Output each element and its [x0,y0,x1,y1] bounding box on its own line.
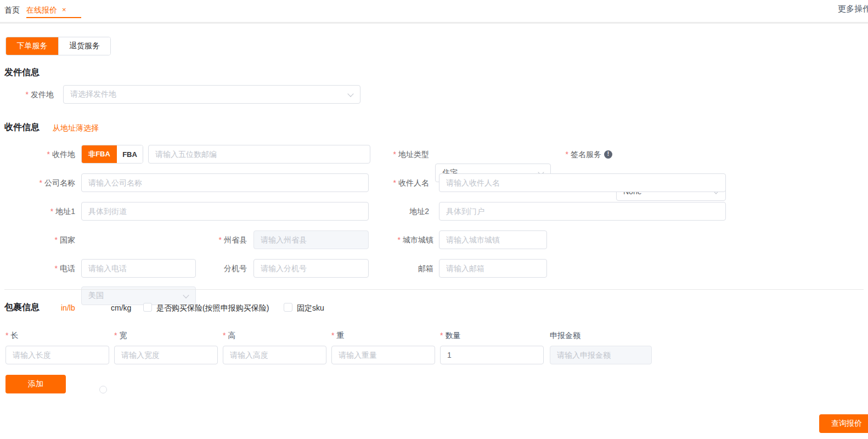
package-section-title: 包裹信息 [4,302,40,313]
qty-input[interactable] [440,346,544,364]
fixed-sku-checkbox[interactable] [284,303,292,312]
required-marker: * [40,178,42,187]
required-marker: * [50,207,53,216]
required-marker: * [393,178,396,187]
state-input [253,230,369,249]
required-marker: * [393,150,396,159]
required-marker: * [114,331,117,340]
weight-input[interactable] [331,346,435,364]
qty-label: *数量 [440,331,460,341]
tabbar-divider [0,22,868,24]
required-marker: * [55,264,58,273]
fba-toggle: 非FBA FBA [81,145,143,164]
required-marker: * [26,90,29,99]
addr1-input[interactable] [81,202,369,221]
required-marker: * [219,235,222,244]
service-type-switch: 下单服务 退货服务 [5,37,111,55]
addr2-label: 地址2 [374,202,429,221]
recipient-section-title: 收件信息 [4,122,40,133]
tab-online-quote-label: 在线报价 [26,5,57,15]
signature-label: *签名服务 ! [555,145,612,164]
origin-select[interactable]: 请选择发件地 [63,85,360,104]
width-label: *宽 [114,331,127,341]
non-fba-option[interactable]: 非FBA [82,145,117,163]
width-input[interactable] [114,346,218,364]
unit-cmkg-radio[interactable] [99,386,107,393]
origin-select-placeholder: 请选择发件地 [70,89,116,99]
order-service-tab[interactable]: 下单服务 [6,37,58,55]
required-marker: * [440,331,443,340]
required-marker: * [398,235,401,244]
length-label: *长 [5,331,18,341]
zip-input[interactable] [148,145,370,164]
phone-input[interactable] [81,259,196,278]
insurance-checkbox[interactable] [143,303,152,312]
state-label: *州省县 [192,230,247,249]
height-input[interactable] [223,346,326,364]
addr1-label: *地址1 [0,202,75,221]
ext-input[interactable] [253,259,369,278]
height-label: *高 [223,331,235,341]
required-marker: * [331,331,334,340]
section-divider [4,289,864,290]
declared-label: 申报金额 [550,331,580,341]
required-marker: * [55,235,58,244]
unit-cmkg-label[interactable]: cm/kg [111,302,131,313]
company-input[interactable] [81,173,369,192]
length-input[interactable] [5,346,109,364]
chevron-down-icon [183,292,189,298]
dest-label: *收件地 [0,145,75,164]
fixed-sku-label[interactable]: 固定sku [297,302,324,313]
required-marker: * [5,331,8,340]
query-quote-button[interactable]: 查询报价 [819,414,868,433]
addr-type-label: *地址类型 [374,145,429,164]
weight-label: *重 [331,331,344,341]
city-label: *城市城镇 [379,230,433,249]
phone-label: *电话 [0,259,75,278]
tab-online-quote[interactable]: 在线报价 × [26,5,66,15]
email-label: 邮箱 [379,259,433,278]
close-icon[interactable]: × [62,5,66,15]
country-value: 美国 [88,291,104,301]
origin-label: *发件地 [0,85,54,104]
city-input[interactable] [439,230,547,249]
company-label: *公司名称 [0,173,75,192]
chevron-down-icon [347,91,353,97]
unit-inlb-label[interactable]: in/lb [61,302,75,313]
recipient-name-label: *收件人名 [374,173,429,192]
declared-input [550,346,652,364]
online-quote-page: 首页 在线报价 × 更多操作 下单服务 退货服务 发件信息 *发件地 请选择发件… [0,0,868,439]
email-input[interactable] [439,259,547,278]
addr2-input[interactable] [439,202,726,221]
more-actions-link[interactable]: 更多操作 [838,4,868,14]
recipient-name-input[interactable] [439,173,726,192]
country-label: *国家 [0,230,75,249]
required-marker: * [566,145,568,164]
info-icon[interactable]: ! [604,150,612,159]
add-package-button[interactable]: 添加 [5,375,66,393]
address-book-link[interactable]: 从地址薄选择 [53,123,99,133]
required-marker: * [47,150,50,159]
return-service-tab[interactable]: 退货服务 [58,37,110,55]
required-marker: * [223,331,226,340]
active-tab-underline [26,17,81,18]
fba-option[interactable]: FBA [117,145,143,163]
ext-label: 分机号 [192,259,247,278]
sender-section-title: 发件信息 [4,67,40,78]
tab-home[interactable]: 首页 [4,5,20,15]
insurance-label[interactable]: 是否购买保险(按照申报购买保险) [156,302,269,313]
